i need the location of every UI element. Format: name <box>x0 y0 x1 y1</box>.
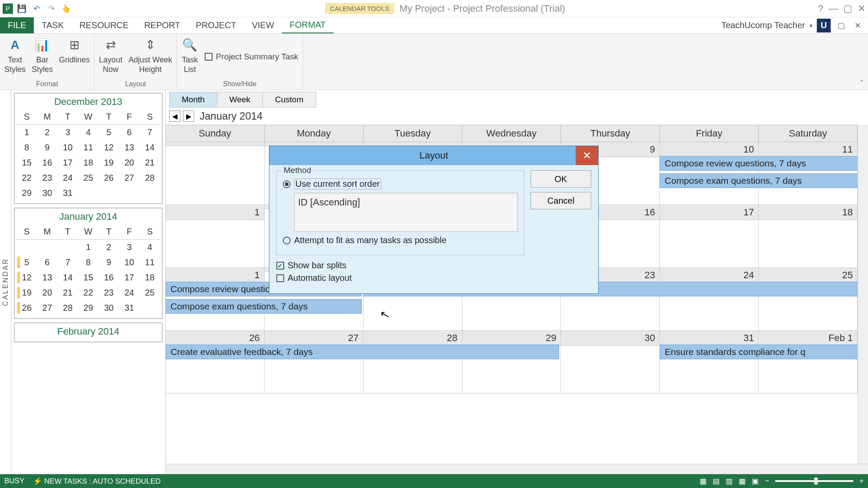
radio-icon <box>283 180 291 188</box>
radio-icon <box>283 237 291 244</box>
view-shortcut-icon[interactable]: ▣ <box>752 477 759 486</box>
radio-use-current-order[interactable]: Use current sort order <box>283 179 518 189</box>
undo-icon[interactable]: ↶ <box>30 3 43 15</box>
help-icon[interactable]: ? <box>818 3 823 14</box>
user-name[interactable]: TeachUcomp Teacher <box>721 20 805 30</box>
layout-dialog: Layout ✕ Method Use current sort order I… <box>269 146 599 294</box>
save-icon[interactable]: 💾 <box>16 3 28 15</box>
checkbox-show-bar-splits[interactable]: ✔ Show bar splits <box>276 260 524 270</box>
close-icon[interactable]: ✕ <box>858 3 865 14</box>
checkbox-automatic-layout[interactable]: Automatic layout <box>276 273 524 283</box>
group-layout-label: Layout <box>125 78 146 90</box>
task-bar[interactable]: Create evaluative feedback, 7 days <box>166 345 559 359</box>
status-new-tasks: ⚡ NEW TASKS : AUTO SCHEDULED <box>33 477 160 486</box>
sort-order-list[interactable]: ID [Ascending] <box>294 193 518 232</box>
task-bar[interactable]: Ensure standards compliance for q <box>660 345 858 359</box>
tab-view[interactable]: VIEW <box>244 17 282 33</box>
method-group: Method Use current sort order ID [Ascend… <box>276 170 524 255</box>
quick-access-toolbar: P 💾 ↶ ↷ 👆 <box>3 3 72 15</box>
window-restore-icon[interactable]: ▢ <box>835 21 848 30</box>
layout-now-icon: ⇄ <box>102 36 119 54</box>
vertical-scrollbar[interactable] <box>858 125 868 464</box>
status-bar: BUSY ⚡ NEW TASKS : AUTO SCHEDULED ▦ ▤ ▥ … <box>0 474 868 488</box>
mini-cal-title: February 2014 <box>16 326 160 337</box>
prev-month-button[interactable]: ◀ <box>169 111 180 122</box>
layout-now-button[interactable]: ⇄ Layout Now <box>99 36 122 74</box>
task-bar[interactable]: Compose exam questions, 7 days <box>660 173 858 188</box>
ribbon: A Text Styles 📊 Bar Styles ⊞ Gridlines F… <box>0 34 868 90</box>
gridlines-icon: ⊞ <box>66 36 83 54</box>
window-close-icon[interactable]: ✕ <box>852 21 864 30</box>
adjust-height-icon: ⇕ <box>142 36 159 54</box>
status-busy: BUSY <box>4 477 24 485</box>
tab-file[interactable]: FILE <box>0 17 34 33</box>
minimize-icon[interactable]: — <box>829 3 838 14</box>
app-title: My Project - Project Professional (Trial… <box>400 3 565 14</box>
dialog-title-text: Layout <box>419 150 448 161</box>
mini-calendar-panel: December 2013 SMTWTFS1234567891011121314… <box>11 90 165 474</box>
context-tools-label: CALENDAR TOOLS <box>325 3 394 14</box>
mini-cal-february[interactable]: February 2014 <box>14 322 163 342</box>
text-styles-button[interactable]: A Text Styles <box>4 36 26 74</box>
radio-fit-tasks[interactable]: Attempt to fit as many tasks as possible <box>283 235 518 245</box>
dialog-title-bar[interactable]: Layout ✕ <box>269 146 598 165</box>
view-shortcut-icon[interactable]: ▤ <box>713 477 720 486</box>
ok-button[interactable]: OK <box>531 170 591 188</box>
task-list-button[interactable]: 🔍 Task List <box>181 36 199 74</box>
checkbox-icon <box>205 53 213 61</box>
view-shortcut-icon[interactable]: ▥ <box>726 477 733 486</box>
zoom-in-button[interactable]: + <box>859 477 864 485</box>
current-month-label: January 2014 <box>200 110 262 122</box>
touch-mode-icon[interactable]: 👆 <box>60 3 72 15</box>
app-icon: P <box>3 3 13 14</box>
tab-week[interactable]: Week <box>217 92 263 107</box>
adjust-week-height-button[interactable]: ⇕ Adjust Week Height <box>128 36 172 74</box>
task-bar[interactable]: Compose exam questions, 7 days <box>166 299 362 314</box>
cancel-button[interactable]: Cancel <box>531 192 591 209</box>
tab-report[interactable]: REPORT <box>136 17 188 33</box>
tab-month[interactable]: Month <box>169 92 217 107</box>
task-bar[interactable]: Compose review questions, 7 days <box>660 156 858 171</box>
view-shortcut-icon[interactable]: ▦ <box>700 477 707 486</box>
task-list-icon: 🔍 <box>181 36 199 54</box>
collapse-ribbon-icon[interactable]: ˄ <box>860 78 864 88</box>
group-format-label: Format <box>36 78 58 90</box>
tab-task[interactable]: TASK <box>34 17 72 33</box>
tab-format[interactable]: FORMAT <box>282 17 334 33</box>
text-styles-icon: A <box>7 36 24 54</box>
view-name-sidebar: CALENDAR <box>0 90 11 474</box>
horizontal-scrollbar[interactable] <box>166 464 868 474</box>
mini-cal-january[interactable]: January 2014 SMTWTFS12345678910111213141… <box>14 208 163 319</box>
tab-custom[interactable]: Custom <box>262 92 316 107</box>
checkbox-icon: ✔ <box>276 262 284 270</box>
zoom-slider[interactable] <box>775 480 853 482</box>
restore-icon[interactable]: ▢ <box>843 3 852 14</box>
next-month-button[interactable]: ▶ <box>183 111 194 122</box>
tab-project[interactable]: PROJECT <box>188 17 244 33</box>
dialog-close-button[interactable]: ✕ <box>576 146 598 165</box>
checkbox-icon <box>276 274 284 282</box>
title-bar: P 💾 ↶ ↷ 👆 CALENDAR TOOLS My Project - Pr… <box>0 0 868 17</box>
user-avatar-icon[interactable]: U <box>817 19 831 33</box>
view-shortcut-icon[interactable]: ▦ <box>739 477 746 486</box>
group-showhide-label: Show/Hide <box>223 78 256 90</box>
project-summary-checkbox[interactable]: Project Summary Task <box>205 36 298 74</box>
redo-icon[interactable]: ↷ <box>45 3 57 15</box>
mini-cal-title: January 2014 <box>16 211 160 222</box>
gridlines-button[interactable]: ⊞ Gridlines <box>59 36 90 74</box>
bar-styles-icon: 📊 <box>34 36 51 54</box>
method-group-label: Method <box>281 166 314 175</box>
ribbon-tab-strip: FILE TASK RESOURCE REPORT PROJECT VIEW F… <box>0 17 868 34</box>
mini-cal-december[interactable]: December 2013 SMTWTFS1234567891011121314… <box>14 93 163 204</box>
mini-cal-title: December 2013 <box>16 96 160 107</box>
bar-styles-button[interactable]: 📊 Bar Styles <box>32 36 53 74</box>
tab-resource[interactable]: RESOURCE <box>72 17 136 33</box>
zoom-out-button[interactable]: − <box>765 477 769 485</box>
